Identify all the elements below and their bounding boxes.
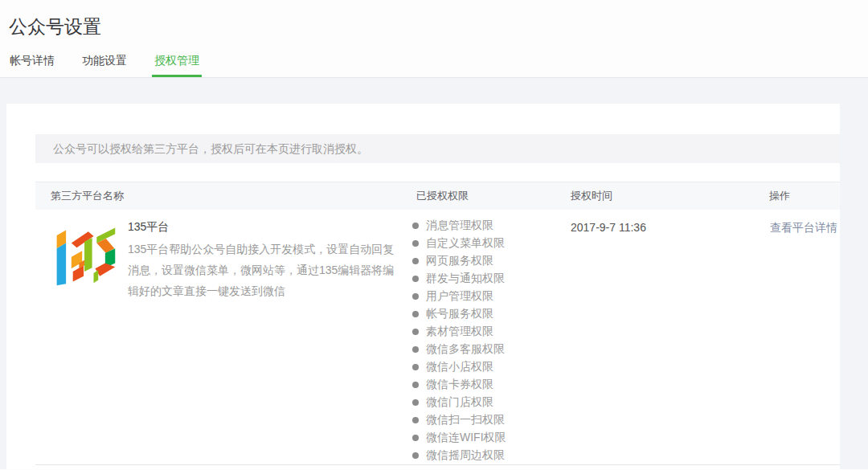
authorization-card: 公众号可以授权给第三方平台，授权后可在本页进行取消授权。 第三方平台名称 已授权…: [6, 104, 840, 469]
permission-label: 微信门店权限: [426, 395, 493, 410]
authorized-time: 2017-9-7 11:36: [564, 217, 749, 235]
permission-label: 消息管理权限: [426, 219, 493, 233]
official-account-settings-page: 公众号设置 帐号详情 功能设置 授权管理 公众号可以授权给第三方平台，授权后可在…: [0, 0, 868, 470]
permission-label: 微信小店权限: [426, 360, 493, 374]
authorization-table: 第三方平台名称 已授权权限 授权时间 操作: [35, 182, 840, 465]
page-title: 公众号设置: [0, 0, 868, 40]
bullet-icon: [412, 399, 419, 406]
action-cell: 查看平台详情: [749, 217, 840, 235]
bullet-icon: [412, 293, 419, 300]
bullet-icon: [412, 311, 419, 317]
platform-description: 135平台帮助公众号自助接入开发模式，设置自动回复消息，设置微信菜单，微网站等，…: [128, 239, 405, 301]
bullet-icon: [412, 258, 419, 264]
bullet-icon: [412, 364, 419, 370]
permission-item: 微信扫一扫权限: [412, 411, 564, 429]
permission-label: 微信卡券权限: [426, 378, 493, 392]
permission-label: 帐号服务权限: [426, 307, 493, 321]
platform-cell: 135平台 135平台帮助公众号自助接入开发模式，设置自动回复消息，设置微信菜单…: [35, 217, 410, 301]
permission-label: 微信扫一扫权限: [426, 413, 505, 427]
bullet-icon: [412, 452, 419, 459]
tab-bar: 帐号详情 功能设置 授权管理: [0, 51, 868, 78]
permission-label: 自定义菜单权限: [426, 236, 505, 251]
permission-item: 微信多客服权限: [412, 341, 564, 358]
authorization-notice: 公众号可以授权给第三方平台，授权后可在本页进行取消授权。: [35, 134, 840, 163]
view-platform-details-link[interactable]: 查看平台详情: [770, 221, 837, 234]
bullet-icon: [412, 382, 419, 388]
permissions-cell: 消息管理权限自定义菜单权限网页服务权限群发与通知权限用户管理权限帐号服务权限素材…: [410, 217, 564, 464]
permission-label: 微信摇周边权限: [426, 448, 505, 463]
page-header: 公众号设置 帐号详情 功能设置 授权管理: [0, 0, 868, 78]
platform-name: 135平台: [128, 219, 405, 235]
permission-item: 微信小店权限: [412, 358, 564, 376]
platform-135-logo-icon: [51, 219, 120, 288]
tab-authorization-management[interactable]: 授权管理: [152, 54, 202, 77]
bullet-icon: [412, 276, 419, 282]
bullet-icon: [412, 346, 419, 353]
bullet-icon: [412, 223, 419, 229]
content-background: 公众号可以授权给第三方平台，授权后可在本页进行取消授权。 第三方平台名称 已授权…: [0, 78, 868, 469]
tab-account-details[interactable]: 帐号详情: [7, 54, 57, 77]
permission-item: 微信卡券权限: [412, 376, 564, 394]
permission-item: 素材管理权限: [412, 323, 564, 341]
permission-label: 群发与通知权限: [426, 272, 505, 286]
bullet-icon: [412, 240, 419, 247]
bullet-icon: [412, 417, 419, 423]
header-authorized-permissions: 已授权权限: [410, 189, 564, 203]
platform-info: 135平台 135平台帮助公众号自助接入开发模式，设置自动回复消息，设置微信菜单…: [128, 217, 405, 301]
permission-label: 微信连WIFI权限: [426, 431, 506, 445]
header-platform-name: 第三方平台名称: [35, 189, 410, 203]
bullet-icon: [412, 329, 419, 335]
permission-item: 微信摇周边权限: [412, 447, 564, 464]
permission-label: 网页服务权限: [426, 254, 493, 268]
permission-item: 自定义菜单权限: [412, 235, 564, 252]
permission-item: 网页服务权限: [412, 252, 564, 270]
permission-item: 消息管理权限: [412, 217, 564, 235]
bullet-icon: [412, 435, 419, 441]
permission-item: 微信连WIFI权限: [412, 429, 564, 447]
table-row: 135平台 135平台帮助公众号自助接入开发模式，设置自动回复消息，设置微信菜单…: [35, 210, 840, 465]
permission-list: 消息管理权限自定义菜单权限网页服务权限群发与通知权限用户管理权限帐号服务权限素材…: [412, 217, 564, 464]
tab-function-settings[interactable]: 功能设置: [80, 54, 129, 77]
header-authorized-time: 授权时间: [564, 189, 749, 203]
permission-label: 素材管理权限: [426, 325, 493, 339]
table-header-row: 第三方平台名称 已授权权限 授权时间 操作: [35, 182, 840, 210]
header-action: 操作: [749, 189, 840, 203]
permission-item: 微信门店权限: [412, 394, 564, 411]
permission-label: 微信多客服权限: [426, 342, 505, 357]
permission-item: 用户管理权限: [412, 288, 564, 305]
permission-item: 群发与通知权限: [412, 270, 564, 288]
permission-label: 用户管理权限: [426, 289, 493, 304]
permission-item: 帐号服务权限: [412, 305, 564, 323]
